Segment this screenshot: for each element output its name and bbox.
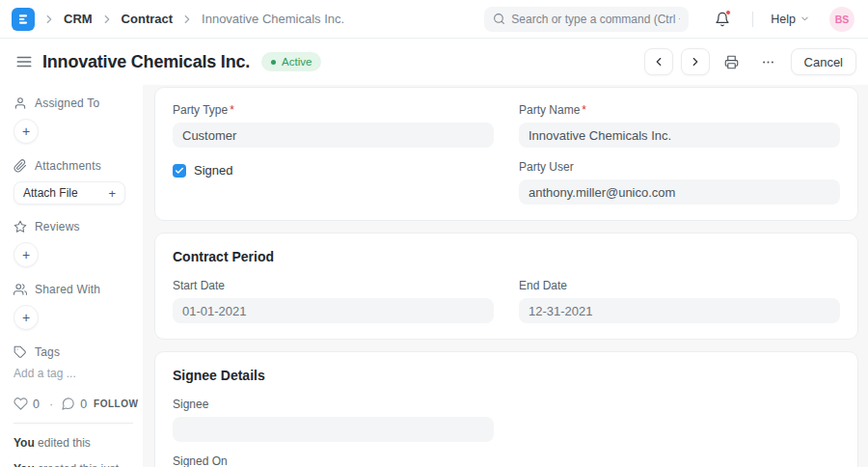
navbar-divider xyxy=(752,12,753,27)
end-date-label: End Date xyxy=(519,279,840,292)
checkmark-icon xyxy=(175,166,184,176)
notifications-button[interactable] xyxy=(710,7,735,32)
signee-label: Signee xyxy=(173,398,494,411)
party-name-label: Party Name* xyxy=(519,103,840,117)
social-row: 0 · 0 FOLLOW xyxy=(14,397,133,423)
tags-label: Tags xyxy=(35,345,60,359)
form-main: Party Type* Party Name* Signed xyxy=(143,85,868,467)
contract-period-title: Contract Period xyxy=(173,249,840,264)
signee-field: Signee xyxy=(173,398,494,442)
notification-dot xyxy=(725,10,731,15)
print-button[interactable] xyxy=(718,48,746,75)
attach-file-button[interactable]: Attach File + xyxy=(14,181,125,205)
party-user-field: Party User xyxy=(519,160,840,205)
add-tag-input[interactable]: Add a tag ... xyxy=(14,367,133,380)
activity-edited: You edited this xyxy=(14,435,133,451)
signee-details-title: Signee Details xyxy=(173,368,840,383)
tag-icon xyxy=(14,345,27,359)
next-record-button[interactable] xyxy=(681,48,710,75)
breadcrumb-contract[interactable]: Contract xyxy=(122,12,173,26)
end-date-input[interactable] xyxy=(519,298,840,323)
user-avatar[interactable]: BS xyxy=(829,7,854,32)
top-navbar: CRM Contract Innovative Chemicals Inc. H… xyxy=(0,0,868,39)
search-icon xyxy=(493,13,505,25)
signed-field: Signed xyxy=(173,163,494,178)
help-menu[interactable]: Help xyxy=(771,13,810,26)
ellipsis-icon xyxy=(761,55,775,69)
printer-icon xyxy=(724,55,739,69)
chevron-right-icon xyxy=(689,55,702,69)
signee-input[interactable] xyxy=(173,417,494,442)
party-type-label: Party Type* xyxy=(173,103,494,117)
shared-with-label: Shared With xyxy=(35,283,100,296)
cancel-button[interactable]: Cancel xyxy=(791,48,856,75)
chevron-left-icon xyxy=(652,55,665,69)
chevron-down-icon xyxy=(800,14,810,24)
shared-with-section: Shared With + xyxy=(14,283,133,330)
comment-icon[interactable] xyxy=(61,397,75,411)
help-label: Help xyxy=(771,13,796,26)
reviews-section: Reviews + xyxy=(14,220,133,267)
plus-icon: + xyxy=(108,186,116,201)
signee-details-section-card: Signee Details Signee Signed On xyxy=(154,351,858,467)
search-input[interactable] xyxy=(511,13,680,26)
previous-record-button[interactable] xyxy=(644,48,673,75)
activity-text: edited this xyxy=(35,436,91,450)
party-user-input[interactable] xyxy=(519,179,840,205)
attach-file-label: Attach File xyxy=(23,186,78,200)
form-sidebar: Assigned To + Attachments Attach File + xyxy=(0,85,143,467)
required-marker: * xyxy=(582,103,586,117)
sidebar-divider xyxy=(14,423,133,424)
party-type-field: Party Type* xyxy=(173,103,494,148)
tags-header: Tags xyxy=(14,345,133,359)
required-marker: * xyxy=(230,103,234,117)
start-date-input[interactable] xyxy=(173,298,494,323)
sidebar-toggle-button[interactable] xyxy=(12,49,37,74)
dot-separator: · xyxy=(49,398,53,411)
search-bar[interactable] xyxy=(484,7,689,32)
attachments-section: Attachments Attach File + xyxy=(14,159,133,205)
page-title: Innovative Chemicals Inc. xyxy=(42,52,250,72)
reviews-label: Reviews xyxy=(35,220,80,234)
signed-label: Signed xyxy=(194,163,232,178)
shared-with-header: Shared With xyxy=(14,283,133,296)
start-date-label: Start Date xyxy=(173,279,494,292)
details-section-card: Party Type* Party Name* Signed xyxy=(154,87,858,221)
add-review-button[interactable]: + xyxy=(14,242,39,267)
party-user-label: Party User xyxy=(519,160,840,174)
page-actions: Cancel xyxy=(644,48,856,75)
reviews-header: Reviews xyxy=(14,220,133,234)
breadcrumb-crm[interactable]: CRM xyxy=(64,12,93,26)
status-badge[interactable]: Active xyxy=(261,52,321,71)
assigned-to-label: Assigned To xyxy=(35,96,99,110)
chevron-right-icon xyxy=(180,13,194,26)
more-options-button[interactable] xyxy=(754,48,783,75)
empty-cell xyxy=(519,398,840,442)
users-icon xyxy=(14,283,27,296)
avatar-initials: BS xyxy=(835,14,850,25)
paperclip-icon xyxy=(14,159,27,173)
assigned-to-section: Assigned To + xyxy=(14,96,133,144)
like-count: 0 xyxy=(33,398,40,411)
assigned-to-header: Assigned To xyxy=(14,96,133,110)
status-dot-icon xyxy=(271,60,276,65)
breadcrumb-current-record[interactable]: Innovative Chemicals Inc. xyxy=(202,12,344,26)
heart-icon[interactable] xyxy=(14,397,28,411)
attachments-label: Attachments xyxy=(35,159,101,173)
activity-actor: You xyxy=(14,436,35,450)
party-name-field: Party Name* xyxy=(519,103,840,148)
hamburger-menu-icon xyxy=(15,53,33,70)
signed-checkbox[interactable] xyxy=(173,164,186,178)
add-share-button[interactable]: + xyxy=(14,305,39,330)
chevron-right-icon xyxy=(100,13,114,26)
app-logo[interactable] xyxy=(12,8,35,31)
page-head: Innovative Chemicals Inc. Active Cancel xyxy=(0,39,868,85)
user-icon xyxy=(14,96,27,110)
tags-section: Tags Add a tag ... xyxy=(14,345,133,380)
star-icon xyxy=(14,220,27,234)
activity-actor: You xyxy=(14,462,35,467)
follow-button[interactable]: FOLLOW xyxy=(94,398,138,409)
party-type-input[interactable] xyxy=(173,123,494,148)
add-assignment-button[interactable]: + xyxy=(14,119,39,144)
party-name-input[interactable] xyxy=(519,123,840,148)
